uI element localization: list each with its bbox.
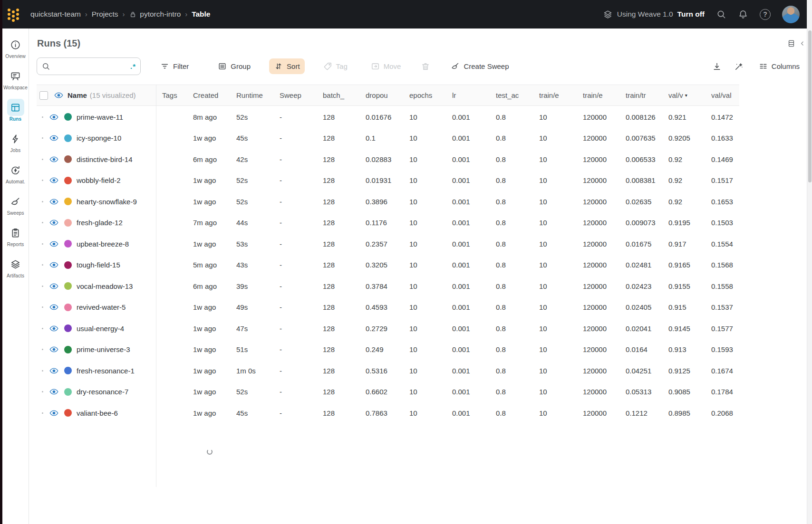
weave-turn-off-button[interactable]: Turn off (677, 10, 705, 19)
run-name[interactable]: upbeat-breeze-8 (77, 240, 129, 248)
table-row[interactable]: upbeat-breeze-81w ago53s-1280.2357100.00… (37, 233, 739, 255)
sidebar-item-reports[interactable]: Reports (2, 224, 29, 256)
drag-handle[interactable] (42, 286, 43, 287)
drag-handle[interactable] (42, 180, 43, 181)
visibility-eye-icon[interactable] (49, 176, 58, 185)
run-name[interactable]: fresh-resonance-1 (77, 367, 135, 375)
visibility-eye-icon[interactable] (49, 218, 58, 227)
sidebar-item-workspace[interactable]: Workspace (2, 67, 29, 99)
drag-handle[interactable] (42, 243, 43, 245)
table-row[interactable]: distinctive-bird-146m ago42s-1280.028831… (37, 149, 739, 170)
column-header-created[interactable]: Created (193, 91, 236, 99)
drag-handle[interactable] (42, 412, 43, 414)
sidebar-item-sweeps[interactable]: Sweeps (2, 193, 29, 224)
move-button[interactable]: Move (366, 58, 406, 74)
column-header-train-e[interactable]: train/e (583, 91, 626, 99)
run-name[interactable]: prime-universe-3 (77, 345, 130, 353)
notifications-bell-icon[interactable] (738, 9, 748, 19)
drag-handle[interactable] (42, 391, 43, 392)
visibility-eye-icon[interactable] (49, 366, 58, 375)
sort-button[interactable]: Sort (269, 58, 305, 74)
column-header-sweep[interactable]: Sweep (280, 91, 323, 99)
run-name[interactable]: icy-sponge-10 (77, 134, 121, 142)
visibility-eye-icon[interactable] (54, 91, 63, 100)
column-header-test-ac[interactable]: test_ac (496, 91, 539, 99)
run-name[interactable]: distinctive-bird-14 (77, 155, 133, 163)
column-header-dropou[interactable]: dropou (366, 91, 409, 99)
run-name[interactable]: revived-water-5 (77, 303, 126, 311)
drag-handle[interactable] (42, 349, 43, 350)
breadcrumb-projects[interactable]: Projects (92, 10, 118, 19)
table-row[interactable]: hearty-snowflake-91w ago52s-1280.3896100… (37, 191, 739, 212)
run-name[interactable]: vocal-meadow-13 (77, 282, 133, 290)
columns-button[interactable]: Columns (754, 58, 804, 74)
drag-handle[interactable] (42, 306, 43, 308)
table-row[interactable]: vocal-meadow-136m ago39s-1280.3784100.00… (37, 276, 739, 297)
filter-button[interactable]: Filter (155, 58, 193, 74)
drag-handle[interactable] (42, 370, 43, 372)
table-row[interactable]: fresh-glade-127m ago44s-1280.1176100.001… (37, 212, 739, 234)
table-row[interactable]: prime-universe-31w ago51s-1280.249100.00… (37, 339, 739, 361)
visibility-eye-icon[interactable] (49, 345, 58, 354)
run-name[interactable]: wobbly-field-2 (77, 176, 121, 184)
visibility-eye-icon[interactable] (49, 409, 58, 418)
column-header-train-e[interactable]: train/e (539, 91, 583, 99)
run-name[interactable]: prime-wave-11 (77, 113, 123, 121)
table-row[interactable]: wobbly-field-21w ago52s-1280.01931100.00… (37, 170, 739, 191)
delete-button[interactable] (418, 59, 433, 74)
search-icon[interactable] (716, 9, 726, 19)
sidebar-item-overview[interactable]: Overview (2, 36, 29, 67)
visibility-eye-icon[interactable] (49, 113, 58, 122)
user-avatar[interactable] (782, 6, 800, 23)
visibility-eye-icon[interactable] (49, 133, 58, 143)
column-header-runtime[interactable]: Runtime (236, 91, 280, 99)
help-icon[interactable]: ? (760, 9, 771, 20)
breadcrumb-project[interactable]: pytorch-intro (140, 10, 181, 19)
visibility-eye-icon[interactable] (49, 303, 58, 312)
drag-handle[interactable] (42, 222, 43, 223)
table-row[interactable]: revived-water-51w ago49s-1280.4593100.00… (37, 297, 739, 318)
breadcrumb-team[interactable]: quickstart-team (30, 10, 81, 19)
visibility-eye-icon[interactable] (49, 282, 58, 291)
visibility-eye-icon[interactable] (49, 324, 58, 333)
column-header-batch-[interactable]: batch_ (323, 91, 366, 99)
tag-button[interactable]: Tag (319, 58, 352, 74)
visibility-eye-icon[interactable] (49, 387, 58, 396)
run-name[interactable]: hearty-snowflake-9 (77, 198, 137, 206)
drag-handle[interactable] (42, 328, 43, 329)
run-name[interactable]: usual-energy-4 (77, 324, 124, 333)
run-name[interactable]: tough-field-15 (77, 261, 120, 269)
group-button[interactable]: Group (213, 58, 255, 74)
table-row[interactable]: valiant-bee-61w ago45s-1280.7863100.0010… (37, 402, 739, 424)
run-name[interactable]: fresh-glade-12 (77, 219, 123, 227)
table-row[interactable]: usual-energy-41w ago47s-1280.2729100.001… (37, 318, 739, 339)
run-name[interactable]: valiant-bee-6 (77, 409, 118, 417)
table-row[interactable]: tough-field-155m ago43s-1280.3205100.001… (37, 255, 739, 276)
column-header-lr[interactable]: lr (452, 91, 496, 99)
column-header-epochs[interactable]: epochs (409, 91, 452, 99)
sidebar-item-automations[interactable]: Automat. (2, 162, 29, 193)
drag-handle[interactable] (42, 116, 43, 118)
scrollbar-thumb[interactable] (808, 30, 812, 182)
drag-handle[interactable] (42, 159, 43, 160)
table-row[interactable]: icy-sponge-101w ago45s-1280.1100.0010.81… (37, 128, 739, 149)
drag-handle[interactable] (42, 264, 43, 266)
sidebar-item-jobs[interactable]: Jobs (2, 130, 29, 162)
visibility-eye-icon[interactable] (49, 155, 58, 164)
table-row[interactable]: fresh-resonance-11w ago1m 0s-1280.531610… (37, 360, 739, 381)
regex-toggle-icon[interactable]: .* (130, 62, 136, 70)
select-all-checkbox[interactable] (39, 91, 48, 100)
sidebar-item-runs[interactable]: Runs (2, 99, 29, 130)
magic-wand-button[interactable] (731, 59, 746, 74)
visibility-eye-icon[interactable] (49, 197, 58, 206)
table-row[interactable]: prime-wave-118m ago52s-1280.01676100.001… (37, 106, 739, 128)
create-sweep-button[interactable]: Create Sweep (446, 58, 513, 74)
run-name[interactable]: dry-resonance-7 (77, 388, 128, 396)
panel-toggle-icon[interactable] (787, 39, 795, 48)
search-input[interactable] (54, 62, 130, 70)
column-header-val-v[interactable]: val/v▾ (668, 91, 711, 99)
export-download-button[interactable] (709, 59, 725, 74)
column-header-val-val[interactable]: val/val (711, 91, 739, 99)
wandb-logo-icon[interactable] (8, 9, 19, 20)
table-row[interactable]: dry-resonance-71w ago52s-1280.6602100.00… (37, 381, 739, 403)
